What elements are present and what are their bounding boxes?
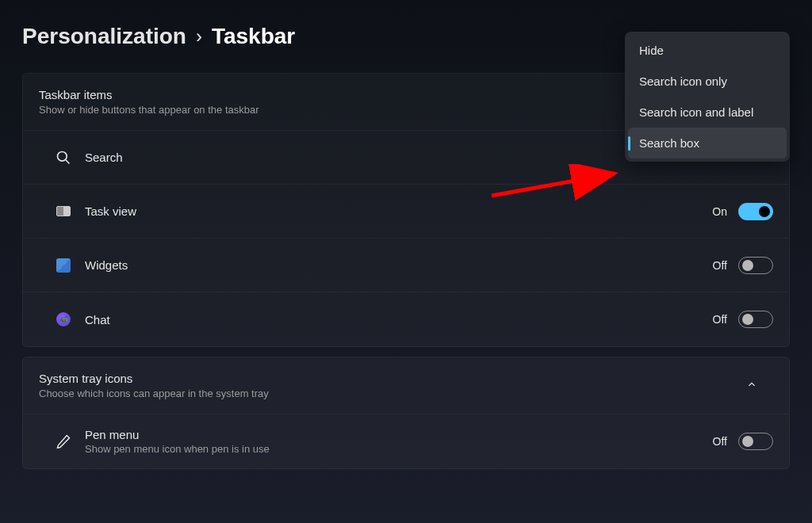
breadcrumb-current: Taskbar bbox=[212, 24, 295, 49]
pen-icon bbox=[55, 433, 72, 450]
breadcrumb-parent[interactable]: Personalization bbox=[22, 24, 186, 49]
chat-state: Off bbox=[713, 313, 727, 326]
svg-point-0 bbox=[58, 151, 67, 161]
widgets-toggle[interactable] bbox=[738, 257, 773, 274]
chat-label: Chat bbox=[85, 313, 713, 326]
widgets-icon bbox=[55, 257, 72, 274]
dropdown-option-hide[interactable]: Hide bbox=[628, 35, 787, 66]
chat-toggle[interactable] bbox=[738, 311, 773, 328]
widgets-label: Widgets bbox=[85, 258, 713, 272]
taskview-icon bbox=[55, 203, 72, 220]
svg-line-1 bbox=[66, 159, 70, 163]
pen-menu-row: Pen menu Show pen menu icon when pen is … bbox=[23, 414, 789, 468]
pen-menu-sub: Show pen menu icon when pen is in use bbox=[85, 443, 713, 455]
search-icon bbox=[55, 149, 72, 166]
section-title: System tray icons bbox=[39, 372, 269, 385]
dropdown-option-icon-label[interactable]: Search icon and label bbox=[628, 97, 787, 128]
section-subtitle: Choose which icons can appear in the sys… bbox=[39, 387, 269, 399]
chevron-up-icon bbox=[746, 379, 773, 392]
pen-menu-toggle[interactable] bbox=[738, 433, 773, 450]
system-tray-section: System tray icons Choose which icons can… bbox=[22, 357, 790, 469]
chat-icon: 📹 bbox=[55, 311, 72, 328]
pen-menu-state: Off bbox=[713, 435, 727, 448]
chat-row: 📹 Chat Off bbox=[23, 292, 789, 346]
taskview-state: On bbox=[712, 205, 727, 218]
chevron-right-icon: › bbox=[196, 25, 202, 48]
search-dropdown: Hide Search icon only Search icon and la… bbox=[625, 32, 790, 162]
dropdown-option-icon-only[interactable]: Search icon only bbox=[628, 66, 787, 97]
pen-menu-label: Pen menu bbox=[85, 428, 713, 441]
system-tray-header[interactable]: System tray icons Choose which icons can… bbox=[23, 357, 789, 414]
widgets-state: Off bbox=[713, 259, 727, 272]
taskview-toggle[interactable] bbox=[738, 203, 773, 220]
widgets-row: Widgets Off bbox=[23, 239, 789, 292]
taskview-label: Task view bbox=[85, 204, 712, 218]
taskview-row: Task view On bbox=[23, 185, 789, 239]
dropdown-option-search-box[interactable]: Search box bbox=[628, 128, 787, 158]
